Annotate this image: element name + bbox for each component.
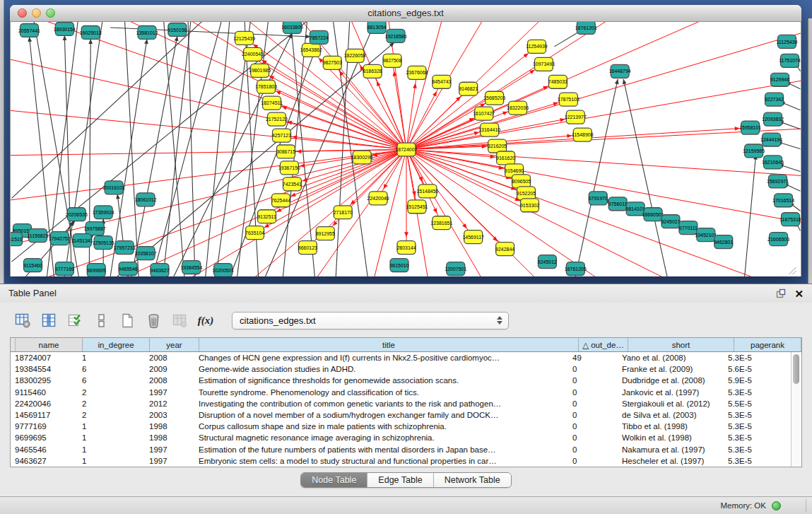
zoom-window-button[interactable] xyxy=(46,8,55,18)
graph-node[interactable]: 9463627 xyxy=(150,264,169,276)
table-row[interactable]: 946362711997Embryonic stem cells: a mode… xyxy=(11,455,791,467)
graph-node[interactable]: 11548908 xyxy=(572,128,594,141)
minimize-window-button[interactable] xyxy=(32,8,41,18)
graph-node[interactable]: 11254939 xyxy=(526,40,548,53)
graph-node[interactable]: 18724007 xyxy=(395,143,417,156)
row-selection-icon[interactable] xyxy=(66,312,83,329)
function-builder-icon[interactable]: f(x) xyxy=(197,312,214,329)
graph-node[interactable]: 3086715 xyxy=(276,145,295,158)
tab-edge-table[interactable]: Edge Table xyxy=(367,473,433,487)
table-scrollbar[interactable] xyxy=(791,352,801,467)
graph-node[interactable]: 7423541 xyxy=(283,177,302,191)
graph-node[interactable]: 12007501 xyxy=(445,262,466,276)
graph-node[interactable]: 15692971 xyxy=(767,175,789,188)
close-window-button[interactable] xyxy=(18,8,27,18)
graph-node[interactable]: 11751074 xyxy=(779,54,801,67)
graph-node[interactable]: 12505135 xyxy=(93,236,114,250)
column-header-in_degree[interactable]: in_degree xyxy=(83,338,150,351)
window-titlebar[interactable]: citations_edges.txt xyxy=(10,5,801,22)
graph-node[interactable]: 7625444 xyxy=(271,194,290,207)
view-mode-icon[interactable] xyxy=(93,312,110,329)
graph-node[interactable]: 4257123 xyxy=(272,129,291,142)
graph-node[interactable]: 9146821 xyxy=(459,82,478,95)
graph-node[interactable]: 11675318 xyxy=(779,213,801,226)
float-panel-icon[interactable] xyxy=(776,288,786,298)
show-columns-icon[interactable] xyxy=(40,312,57,329)
graph-node[interactable]: 7635104 xyxy=(245,226,264,240)
graph-node[interactable]: 2718170 xyxy=(334,206,353,219)
graph-node[interactable]: 3216205 xyxy=(488,139,507,153)
table-row[interactable]: 969969511998Structural magnetic resonanc… xyxy=(11,432,791,443)
graph-node[interactable]: 19218586 xyxy=(385,29,407,42)
graph-node[interactable]: 8186328 xyxy=(363,64,382,78)
column-header-out_de[interactable]: △ out_de… xyxy=(579,338,628,351)
graph-node[interactable]: 12213977 xyxy=(565,110,587,124)
graph-node[interactable]: 18300295 xyxy=(351,151,373,164)
graph-node[interactable]: 11451341 xyxy=(71,234,93,247)
close-panel-icon[interactable]: ✕ xyxy=(794,288,804,299)
table-row[interactable]: 1872400712008Changes of HCN gene express… xyxy=(11,352,791,363)
tab-node-table[interactable]: Node Table xyxy=(301,473,367,487)
graph-node[interactable]: 17875103 xyxy=(558,93,579,106)
graph-node[interactable]: 9245021 xyxy=(661,215,680,228)
graph-node[interactable]: 14569117 xyxy=(462,230,484,244)
graph-node[interactable]: 11125439 xyxy=(777,35,798,48)
graph-node[interactable]: 15148450 xyxy=(416,185,438,198)
scrollbar-thumb[interactable] xyxy=(793,354,799,384)
table-row[interactable]: 1456911722003Disruption of a novel membe… xyxy=(11,409,791,421)
column-header-title[interactable]: title xyxy=(199,338,579,351)
tab-network-table[interactable]: Network Table xyxy=(434,473,511,487)
graph-node[interactable]: 3911510 xyxy=(11,233,23,246)
graph-node[interactable]: 8660123 xyxy=(298,241,317,255)
graph-node[interactable]: 22420046 xyxy=(367,192,389,205)
graph-node[interactable]: 8096505 xyxy=(512,175,531,188)
table-row[interactable]: 1938455462009Genome-wide association stu… xyxy=(11,363,791,375)
graph-node[interactable]: 8813054 xyxy=(367,22,387,33)
column-header-name[interactable]: name xyxy=(16,338,83,351)
graph-node[interactable]: 12093832 xyxy=(762,112,784,126)
graph-node[interactable]: 17359924 xyxy=(93,206,114,219)
graph-node[interactable]: 12444194 xyxy=(760,133,782,146)
graph-node[interactable]: 7485033 xyxy=(548,75,567,88)
graph-node[interactable]: 9756011 xyxy=(608,197,628,211)
graph-node[interactable]: 16448794 xyxy=(609,64,631,78)
graph-node[interactable]: 20557441 xyxy=(18,23,40,37)
memory-ok-indicator[interactable] xyxy=(772,501,781,510)
graph-node[interactable]: 18930154 xyxy=(54,22,76,35)
graph-node[interactable]: 20206535 xyxy=(66,208,88,221)
graph-node[interactable]: 18226058 xyxy=(344,49,366,62)
table-select-dropdown[interactable]: citations_edges.txt xyxy=(232,312,509,329)
graph-node[interactable]: 22400543 xyxy=(242,47,264,61)
graph-node[interactable]: 19025013 xyxy=(80,25,102,39)
resize-grip-icon[interactable] xyxy=(789,267,796,274)
graph-node[interactable]: 16761201 xyxy=(575,22,597,34)
graph-node[interactable]: 9242844 xyxy=(495,243,514,256)
memory-status-label[interactable]: Memory: OK xyxy=(720,501,766,510)
graph-node[interactable]: 9462801 xyxy=(714,235,733,249)
table-row[interactable]: 977716911998Corpus callosum shape and si… xyxy=(11,421,791,432)
graph-node[interactable]: 9245012 xyxy=(538,255,557,269)
graph-node[interactable]: 20016101 xyxy=(103,181,125,194)
graph-node[interactable]: 9827508 xyxy=(382,54,401,67)
graph-node[interactable]: 8454743 xyxy=(432,75,451,88)
table-row[interactable]: 2242004622012Investigating the contribut… xyxy=(11,398,791,409)
graph-node[interactable]: 18274511 xyxy=(261,96,283,110)
graph-node[interactable]: 16107427 xyxy=(473,107,495,120)
graph-node[interactable]: 17957233 xyxy=(114,241,136,255)
graph-node[interactable]: 10358107 xyxy=(135,247,157,260)
graph-node[interactable]: 17942757 xyxy=(49,232,71,245)
graph-node[interactable]: 2803144 xyxy=(396,241,416,255)
graph-node[interactable]: 12381651 xyxy=(430,216,452,230)
graph-node[interactable]: 15685203 xyxy=(483,91,505,105)
graph-node[interactable]: 11156823 xyxy=(27,229,48,243)
delete-column-icon[interactable] xyxy=(145,312,162,329)
graph-node[interactable]: 21606503 xyxy=(767,233,789,246)
network-canvas[interactable]: 1872400718300295121254392240054319801985… xyxy=(10,22,801,276)
graph-node[interactable]: 9152205 xyxy=(517,187,536,200)
table-row[interactable]: 1830029562008Estimation of significance … xyxy=(11,375,791,386)
graph-node[interactable]: 7857224 xyxy=(310,30,329,44)
graph-node[interactable]: 15125451 xyxy=(406,200,428,214)
graph-node[interactable]: 10200501 xyxy=(212,264,234,276)
graph-node[interactable]: 9129946 xyxy=(770,73,789,86)
graph-node[interactable]: 17851803 xyxy=(255,80,277,93)
